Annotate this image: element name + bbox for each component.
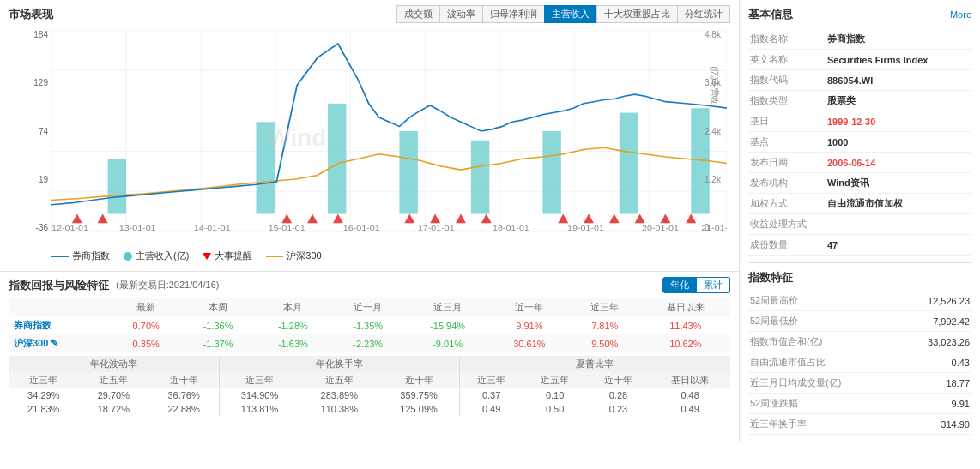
cell-v11: 21.83% — [9, 402, 79, 416]
svg-marker-30 — [430, 214, 440, 224]
char-label-52change: 52周涨跌幅 — [748, 394, 860, 414]
legend-quanshang-label: 券商指数 — [72, 250, 110, 262]
row-quanshang-jin1y: 9.91% — [490, 316, 569, 334]
value-zhishumincheng: 券商指数 — [826, 29, 971, 50]
legend-zhuyingshouru: 主营收入(亿) — [124, 250, 189, 262]
cell-v14: 113.81% — [220, 402, 299, 416]
svg-rect-21 — [542, 131, 560, 214]
char-label-mktcap: 指数市值合和(亿) — [748, 332, 860, 352]
cell-v5: 283.89% — [299, 388, 379, 402]
svg-rect-19 — [399, 131, 417, 214]
tab-zhuyingshouru[interactable]: 主营收入 — [544, 5, 596, 23]
row-quanshang-jin1: -1.35% — [330, 316, 405, 334]
label-faburi: 发布日期 — [748, 153, 826, 173]
col-jiri: 基日以来 — [641, 298, 730, 316]
row-hushen-jin3: -9.01% — [405, 334, 490, 352]
row-quanshang-jiri: 11.43% — [641, 316, 730, 334]
table-row: 英文名称 Securities Firms Index — [748, 50, 971, 70]
table-row: 近三月日均成交量(亿) 18.77 — [748, 373, 971, 394]
cell-v9: 0.28 — [587, 388, 650, 402]
char-title: 指数特征 — [748, 270, 971, 286]
toggle-group: 年化 累计 — [662, 277, 730, 293]
return-date: (最新交易日:2021/04/16) — [116, 279, 219, 292]
char-value-avgvol: 18.77 — [860, 373, 971, 394]
svg-text:15-01-01: 15-01-01 — [269, 223, 305, 231]
char-value-52h: 12,526.23 — [860, 291, 971, 311]
char-value-mktcap: 33,023.26 — [860, 332, 971, 352]
label-zhishudaima: 指数代码 — [748, 70, 826, 91]
label-zhishuleixing: 指数类型 — [748, 91, 826, 111]
svg-text:19-01-01: 19-01-01 — [567, 223, 604, 231]
market-tabs: 成交额 波动率 归母净利润 主营收入 十大权重股占比 分红统计 — [396, 5, 730, 23]
legend-quanshang: 券商指数 — [51, 250, 110, 262]
row-hushen-label: 沪深300 ✎ — [9, 334, 112, 352]
label-yingwenmincheng: 英文名称 — [748, 50, 826, 70]
table-row: 发布机构 Wind资讯 — [748, 173, 971, 194]
table-row: 指数类型 股票类 — [748, 91, 971, 111]
table-row: 基点 1000 — [748, 132, 971, 153]
char-label-52l: 52周最低价 — [748, 311, 860, 332]
table-row: 52周最低价 7,992.42 — [748, 311, 971, 332]
sub-col-3y-1: 近三年 — [9, 372, 79, 388]
svg-marker-25 — [98, 214, 108, 224]
sub-col-10y-2: 近十年 — [379, 372, 459, 388]
tab-bodong[interactable]: 波动率 — [439, 5, 482, 23]
chart-svg: 12-01-01 13-01-01 14-01-01 15-01-01 16-0… — [51, 30, 727, 232]
cell-v1: 34.29% — [9, 388, 79, 402]
col-jin1y: 近一年 — [490, 298, 569, 316]
cell-v8: 0.10 — [523, 388, 587, 402]
col-beny: 本月 — [256, 298, 330, 316]
toggle-annualized[interactable]: 年化 — [662, 277, 697, 293]
row-hushen-benz: -1.37% — [180, 334, 255, 352]
col-jin1: 近一月 — [330, 298, 405, 316]
table-row: 21.83% 18.72% 22.88% 113.81% 110.38% 125… — [9, 402, 730, 416]
legend-quanshang-line — [51, 256, 69, 257]
more-link[interactable]: More — [950, 9, 971, 20]
col-jin3: 近三月 — [405, 298, 490, 316]
sub-col-3y-3: 近三年 — [459, 372, 523, 388]
tab-shida[interactable]: 十大权重股占比 — [596, 5, 677, 23]
cell-v17: 0.49 — [459, 402, 523, 416]
table-row: 沪深300 ✎ 0.35% -1.37% -1.63% -2.23% -9.01… — [9, 334, 730, 352]
table-row: 券商指数 0.70% -1.36% -1.28% -1.35% -15.94% … — [9, 316, 730, 334]
table-row: 34.29% 29.70% 36.76% 314.90% 283.89% 359… — [9, 388, 730, 402]
svg-text:12-01-01: 12-01-01 — [51, 223, 88, 231]
cell-v4: 314.90% — [220, 388, 299, 402]
table-row: 指数名称 券商指数 — [748, 29, 971, 50]
char-label-turnover: 近三年换手率 — [748, 414, 860, 435]
tab-chengjiao[interactable]: 成交额 — [396, 5, 439, 23]
toggle-cumulative[interactable]: 累计 — [697, 277, 730, 293]
svg-rect-20 — [471, 141, 489, 214]
svg-marker-37 — [660, 214, 670, 224]
char-label-avgvol: 近三月日均成交量(亿) — [748, 373, 860, 394]
return-header: 指数回报与风险特征 (最新交易日:2021/04/16) 年化 累计 — [9, 277, 730, 293]
legend-hushen300-label: 沪深300 — [287, 250, 321, 262]
char-section: 指数特征 52周最高价 12,526.23 52周最低价 7,992.42 指数… — [748, 262, 971, 435]
table-row: 收益处理方式 — [748, 214, 971, 235]
chart-legend: 券商指数 主营收入(亿) 大事提醒 沪深300 — [9, 250, 730, 266]
value-yingwenmincheng: Securities Firms Index — [826, 50, 971, 70]
value-shouyi — [826, 214, 971, 235]
row-hushen-jiri: 10.62% — [641, 334, 730, 352]
svg-marker-24 — [72, 214, 82, 224]
tab-fenhong[interactable]: 分红统计 — [677, 5, 730, 23]
table-row: 发布日期 2006-06-14 — [748, 153, 971, 173]
right-panel: 基本信息 More 指数名称 券商指数 英文名称 Securities Firm… — [740, 0, 980, 442]
table-row: 自由流通市值占比 0.43 — [748, 352, 971, 373]
cell-v20: 0.49 — [650, 402, 730, 416]
label-shouyi: 收益处理方式 — [748, 214, 826, 235]
basic-info-title: 基本信息 — [748, 7, 793, 22]
svg-text:18-01-01: 18-01-01 — [493, 223, 529, 231]
row-quanshang-zuixin: 0.70% — [112, 316, 180, 334]
cell-v7: 0.37 — [459, 388, 523, 402]
svg-rect-16 — [108, 159, 126, 213]
label-jiaquanfangshi: 加权方式 — [748, 194, 826, 214]
col-benz: 本周 — [180, 298, 255, 316]
row-hushen-zuixin: 0.35% — [112, 334, 180, 352]
label-fabujigou: 发布机构 — [748, 173, 826, 194]
label-zhishumincheng: 指数名称 — [748, 29, 826, 50]
tab-guimu[interactable]: 归母净利润 — [482, 5, 544, 23]
value-zhishuleixing: 股票类 — [826, 91, 971, 111]
volatility-subheader-row: 近三年 近五年 近十年 近三年 近五年 近十年 近三年 近五年 近十年 基日以来 — [9, 372, 730, 388]
sub-col-10y-1: 近十年 — [148, 372, 219, 388]
